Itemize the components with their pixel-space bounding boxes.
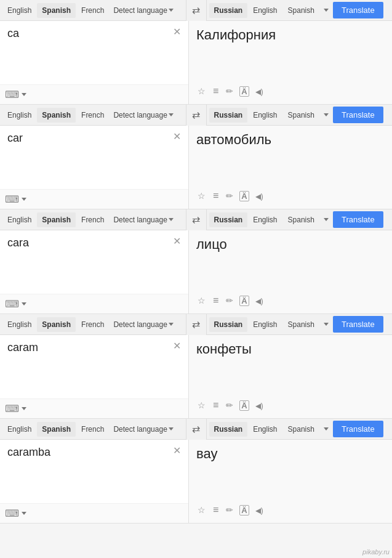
listen-btn[interactable] — [254, 504, 265, 516]
output-lang-dropdown-arrow[interactable] — [324, 218, 329, 221]
clear-input-btn[interactable]: ✕ — [170, 445, 183, 457]
edit-translation-btn[interactable] — [225, 504, 234, 516]
font-size-btn[interactable]: Ä — [239, 505, 249, 516]
input-lang-btn-french[interactable]: French — [76, 317, 109, 332]
swap-languages-btn[interactable]: ⇄ — [186, 419, 207, 440]
input-lang-btn-french[interactable]: French — [76, 108, 109, 123]
swap-languages-btn[interactable]: ⇄ — [186, 209, 207, 230]
input-lang-btn-french[interactable]: French — [76, 422, 109, 437]
clear-input-btn[interactable]: ✕ — [170, 131, 183, 143]
output-lang-btn-russian[interactable]: Russian — [209, 212, 248, 227]
source-text-input[interactable] — [0, 440, 188, 501]
keyboard-dropdown-arrow[interactable] — [22, 407, 26, 410]
input-lang-btn-spanish[interactable]: Spanish — [37, 108, 76, 123]
translate-btn[interactable]: Translate — [333, 107, 383, 123]
output-lang-dropdown-arrow[interactable] — [324, 113, 329, 116]
keyboard-icon[interactable]: ⌨ — [5, 403, 19, 414]
translate-btn[interactable]: Translate — [333, 421, 383, 437]
keyboard-icon[interactable]: ⌨ — [5, 507, 19, 519]
output-lang-btn-russian[interactable]: Russian — [209, 3, 248, 18]
translated-text: вау — [196, 446, 385, 498]
translate-btn[interactable]: Translate — [333, 316, 383, 333]
sound-icon — [255, 191, 263, 201]
detect-language-btn[interactable]: Detect language — [110, 212, 177, 227]
translation-panels: ✕⌨КалифорнияÄ — [0, 21, 392, 104]
edit-translation-btn[interactable] — [225, 190, 234, 202]
output-lang-dropdown-arrow[interactable] — [324, 9, 329, 12]
source-text-input[interactable] — [0, 335, 188, 397]
input-lang-btn-french[interactable]: French — [76, 3, 109, 18]
phrasebook-btn[interactable] — [212, 189, 220, 203]
keyboard-icon[interactable]: ⌨ — [5, 298, 19, 310]
output-lang-btn-english[interactable]: English — [248, 3, 282, 18]
clear-input-btn[interactable]: ✕ — [170, 235, 183, 248]
listen-btn[interactable] — [254, 85, 265, 97]
output-lang-btn-english[interactable]: English — [248, 212, 282, 227]
input-lang-btn-spanish[interactable]: Spanish — [37, 317, 76, 332]
font-size-btn[interactable]: Ä — [239, 296, 249, 306]
favorite-btn[interactable] — [196, 85, 207, 97]
source-text-input[interactable] — [0, 21, 188, 83]
input-lang-btn-english[interactable]: English — [2, 108, 36, 123]
clear-input-btn[interactable]: ✕ — [170, 340, 183, 352]
output-lang-btn-spanish[interactable]: Spanish — [283, 317, 319, 332]
detect-language-btn[interactable]: Detect language — [110, 317, 177, 332]
keyboard-icon[interactable]: ⌨ — [5, 193, 19, 205]
edit-translation-btn[interactable] — [225, 399, 234, 411]
phrasebook-btn[interactable] — [212, 398, 220, 412]
font-size-btn[interactable]: Ä — [239, 400, 249, 411]
phrasebook-btn[interactable] — [212, 503, 220, 517]
output-lang-btn-english[interactable]: English — [248, 317, 282, 332]
input-lang-btn-spanish[interactable]: Spanish — [37, 212, 76, 227]
output-lang-btn-russian[interactable]: Russian — [209, 422, 248, 437]
source-text-input[interactable] — [0, 126, 188, 187]
output-lang-dropdown-arrow[interactable] — [324, 427, 329, 431]
output-lang-btn-russian[interactable]: Russian — [209, 108, 248, 123]
source-text-input[interactable] — [0, 230, 188, 292]
output-lang-btn-english[interactable]: English — [248, 108, 282, 123]
translate-btn[interactable]: Translate — [333, 211, 383, 228]
output-lang-btn-spanish[interactable]: Spanish — [283, 108, 319, 123]
edit-translation-btn[interactable] — [225, 85, 234, 97]
output-lang-btn-russian[interactable]: Russian — [209, 317, 248, 332]
detect-language-btn[interactable]: Detect language — [110, 422, 177, 437]
phrasebook-btn[interactable] — [212, 294, 220, 307]
translate-btn[interactable]: Translate — [333, 2, 383, 18]
input-lang-btn-english[interactable]: English — [2, 212, 36, 227]
input-lang-btn-spanish[interactable]: Spanish — [37, 422, 76, 437]
favorite-btn[interactable] — [196, 190, 207, 202]
listen-btn[interactable] — [254, 399, 265, 411]
favorite-btn[interactable] — [196, 504, 207, 516]
output-lang-btn-spanish[interactable]: Spanish — [283, 212, 319, 227]
input-lang-btn-english[interactable]: English — [2, 3, 36, 18]
keyboard-dropdown-arrow[interactable] — [22, 198, 26, 201]
input-lang-btn-english[interactable]: English — [2, 422, 36, 437]
font-size-btn[interactable]: Ä — [239, 86, 249, 97]
output-lang-btn-english[interactable]: English — [248, 422, 282, 437]
input-lang-btn-french[interactable]: French — [76, 212, 109, 227]
swap-languages-btn[interactable]: ⇄ — [186, 0, 207, 21]
output-lang-btn-spanish[interactable]: Spanish — [283, 422, 319, 437]
keyboard-dropdown-arrow[interactable] — [22, 512, 26, 515]
detect-language-btn[interactable]: Detect language — [110, 108, 177, 123]
favorite-btn[interactable] — [196, 294, 207, 307]
swap-languages-btn[interactable]: ⇄ — [186, 314, 207, 335]
keyboard-dropdown-arrow[interactable] — [22, 302, 26, 305]
input-lang-btn-spanish[interactable]: Spanish — [37, 3, 76, 18]
clear-input-btn[interactable]: ✕ — [170, 26, 183, 38]
detect-language-btn[interactable]: Detect language — [110, 3, 177, 18]
listen-btn[interactable] — [254, 294, 265, 307]
translated-text: автомобиль — [196, 132, 385, 184]
swap-languages-btn[interactable]: ⇄ — [186, 105, 207, 126]
font-size-btn[interactable]: Ä — [239, 191, 249, 201]
phrasebook-btn[interactable] — [212, 84, 220, 98]
output-lang-dropdown-arrow[interactable] — [324, 323, 329, 326]
output-lang-btn-spanish[interactable]: Spanish — [283, 3, 319, 18]
list-icon — [213, 296, 218, 305]
input-lang-btn-english[interactable]: English — [2, 317, 36, 332]
keyboard-icon[interactable]: ⌨ — [5, 89, 19, 100]
edit-translation-btn[interactable] — [225, 294, 234, 307]
listen-btn[interactable] — [254, 190, 265, 202]
favorite-btn[interactable] — [196, 399, 207, 411]
keyboard-dropdown-arrow[interactable] — [22, 93, 26, 96]
